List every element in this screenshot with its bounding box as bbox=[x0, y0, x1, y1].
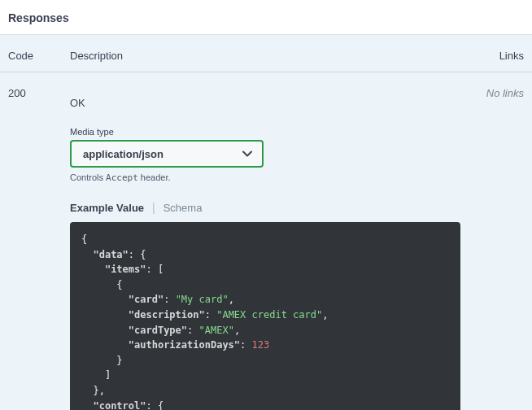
response-links: No links bbox=[475, 85, 524, 99]
header-description: Description bbox=[70, 50, 475, 62]
example-schema-tabs: Example Value | Schema bbox=[70, 201, 475, 214]
responses-table-header: Code Description Links bbox=[0, 35, 532, 72]
chevron-down-icon bbox=[242, 149, 252, 159]
media-type-label: Media type bbox=[70, 127, 475, 137]
media-type-selected: application/json bbox=[83, 148, 164, 160]
tab-example-value[interactable]: Example Value bbox=[70, 202, 144, 214]
response-code: 200 bbox=[8, 85, 70, 99]
media-type-hint: Controls Accept header. bbox=[70, 172, 475, 183]
tab-schema[interactable]: Schema bbox=[164, 202, 203, 214]
hint-suffix: header. bbox=[138, 172, 171, 182]
tab-separator: | bbox=[152, 201, 155, 214]
header-links: Links bbox=[475, 50, 524, 62]
responses-panel: Code Description Links 200 OK Media type… bbox=[0, 34, 532, 410]
responses-heading: Responses bbox=[0, 0, 532, 34]
hint-code: Accept bbox=[106, 172, 138, 183]
response-row-200: 200 OK Media type application/json Contr… bbox=[0, 72, 532, 410]
response-description-cell: OK Media type application/json Controls … bbox=[70, 85, 475, 410]
response-description-text: OK bbox=[70, 97, 475, 109]
media-type-select[interactable]: application/json bbox=[70, 140, 264, 168]
header-code: Code bbox=[8, 50, 70, 62]
example-json-block: { "data": { "items": [ { "card": "My car… bbox=[70, 222, 460, 410]
hint-prefix: Controls bbox=[70, 172, 106, 182]
